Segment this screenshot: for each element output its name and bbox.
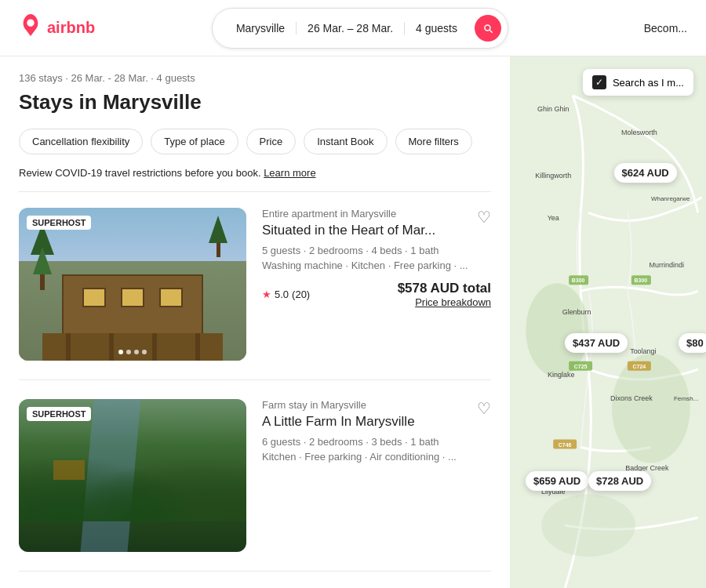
listing-details-1: 5 guests · 2 bedrooms · 4 beds · 1 bath (262, 245, 491, 256)
logo[interactable]: airbnb (19, 13, 95, 42)
listing-type-1: Entire apartment in Marysville (262, 208, 491, 220)
price-total-1: $578 AUD total (398, 281, 491, 296)
filter-type[interactable]: Type of place (151, 129, 238, 154)
favorite-button-1[interactable]: ♡ (477, 208, 491, 227)
search-label: Search as I m... (613, 77, 684, 89)
svg-text:Kinglake: Kinglake (548, 371, 574, 379)
header: airbnb Marysville 26 Mar. – 28 Mar. 4 gu… (0, 0, 706, 56)
listing-amenities-2: Kitchen · Free parking · Air conditionin… (262, 451, 491, 463)
filter-price[interactable]: Price (246, 129, 297, 154)
svg-text:Molesworth: Molesworth (621, 129, 657, 136)
superhost-badge-2: SUPERHOST (27, 407, 91, 421)
svg-text:Killingworth: Killingworth (535, 172, 571, 180)
left-panel: 136 stays · 26 Mar. - 28 Mar. · 4 guests… (0, 56, 510, 588)
svg-text:C724: C724 (633, 364, 646, 369)
price-marker-1[interactable]: $624 AUD (614, 163, 677, 183)
price-marker-3[interactable]: $80 (679, 333, 706, 353)
search-button[interactable] (475, 15, 501, 42)
dot (142, 350, 147, 354)
search-bar[interactable]: Marysville 26 Mar. – 28 Mar. 4 guests (212, 8, 508, 49)
svg-text:Fernsh...: Fernsh... (674, 395, 698, 402)
search-as-move[interactable]: ✓ Search as I m... (583, 69, 693, 96)
covid-learn-more[interactable]: Learn more (264, 167, 315, 179)
svg-text:Yea: Yea (548, 214, 559, 222)
svg-text:Ghin Ghin: Ghin Ghin (537, 105, 569, 113)
map-container[interactable]: B300 B300 C725 C724 C746 Yarck Ghin Ghin… (510, 56, 706, 588)
listing-info-1: ♡ Entire apartment in Marysville Situate… (246, 208, 491, 361)
listing-footer-1: ★ 5.0 (20) $578 AUD total Price breakdow… (262, 281, 491, 308)
page-title: Stays in Marysville (19, 90, 491, 114)
covid-notice: Review COVID-19 travel restrictions befo… (19, 167, 491, 192)
svg-point-2 (612, 354, 690, 463)
svg-text:Toolangi: Toolangi (630, 347, 656, 355)
become-host-link[interactable]: Becom... (625, 22, 687, 34)
filter-bar: Cancellation flexibility Type of place P… (19, 129, 491, 154)
listing-title-1[interactable]: Situated in the Heart of Mar... (262, 223, 491, 238)
svg-text:B300: B300 (572, 278, 585, 283)
dot (118, 350, 123, 354)
svg-text:Glenburn: Glenburn (562, 308, 591, 316)
price-marker-2[interactable]: $437 AUD (565, 333, 628, 353)
listing-type-2: Farm stay in Marysville (262, 399, 491, 411)
result-count: 136 stays · 26 Mar. - 28 Mar. · 4 guests (19, 72, 491, 84)
listing-details-2: 6 guests · 2 bedrooms · 3 beds · 1 bath (262, 436, 491, 448)
price-breakdown-link-1[interactable]: Price breakdown (398, 296, 491, 308)
listing-title-2[interactable]: A Little Farm In Marysville (262, 414, 491, 430)
superhost-badge-1: SUPERHOST (27, 216, 91, 230)
price-marker-4[interactable]: $659 AUD (526, 471, 588, 491)
search-dates[interactable]: 26 Mar. – 28 Mar. (297, 22, 405, 34)
svg-text:Whanregarwe: Whanregarwe (651, 195, 690, 202)
filter-more[interactable]: More filters (395, 129, 472, 154)
listing-info-2: ♡ Farm stay in Marysville A Little Farm … (246, 399, 491, 552)
svg-text:Murrindindi: Murrindindi (650, 261, 684, 269)
map-svg: B300 B300 C725 C724 C746 Yarck Ghin Ghin… (510, 56, 706, 588)
image-dots-1 (118, 350, 147, 354)
main-content: 136 stays · 26 Mar. - 28 Mar. · 4 guests… (0, 56, 706, 588)
listing-image-2[interactable]: SUPERHOST (19, 399, 246, 552)
search-guests[interactable]: 4 guests (405, 22, 468, 34)
listing-image-1[interactable]: SUPERHOST (19, 208, 246, 361)
listing-card-2: SUPERHOST ♡ Farm stay in Marysville A Li… (19, 399, 491, 572)
logo-text: airbnb (47, 19, 95, 37)
price-section-1: $578 AUD total Price breakdown (398, 281, 491, 308)
dot (134, 350, 139, 354)
search-location[interactable]: Marysville (225, 22, 297, 34)
listing-amenities-1: Washing machine · Kitchen · Free parking… (262, 260, 491, 271)
svg-point-3 (541, 494, 635, 557)
dot (126, 350, 131, 354)
checkbox-icon: ✓ (592, 75, 606, 89)
airbnb-logo-icon (19, 13, 42, 42)
map-panel: B300 B300 C725 C724 C746 Yarck Ghin Ghin… (510, 56, 706, 588)
svg-text:B300: B300 (635, 278, 648, 283)
svg-text:C725: C725 (574, 364, 588, 369)
filter-instant[interactable]: Instant Book (304, 129, 387, 154)
listing-rating-1: ★ 5.0 (20) (262, 289, 310, 300)
listing-card: SUPERHOST ♡ Entire apartment in Marysvil… (19, 208, 491, 380)
favorite-button-2[interactable]: ♡ (477, 399, 491, 418)
svg-text:Dixons Creek: Dixons Creek (610, 394, 653, 402)
filter-cancellation[interactable]: Cancellation flexibility (19, 129, 143, 154)
star-icon: ★ (262, 289, 271, 300)
price-marker-5[interactable]: $728 AUD (588, 471, 651, 491)
svg-text:C746: C746 (559, 442, 572, 448)
